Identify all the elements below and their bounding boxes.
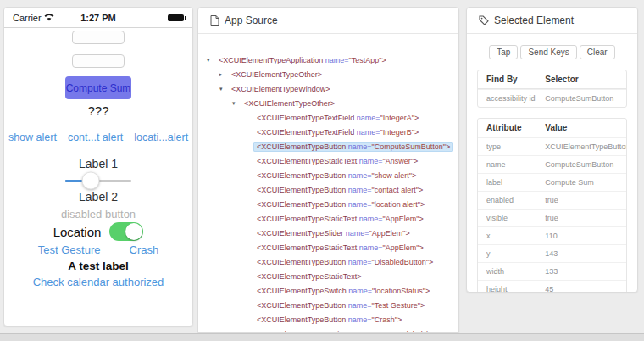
wifi-icon <box>44 14 54 21</box>
attribute-row: height45 <box>478 280 626 293</box>
tree-node-code: <XCUIElementTypeTextField name="IntegerB… <box>253 127 422 137</box>
tree-node-code: <XCUIElementTypeButton name="location al… <box>253 199 428 210</box>
table-cell: label <box>486 178 545 187</box>
find-by-row-header: Find BySelector <box>478 70 626 89</box>
tree-node-code: <XCUIElementTypeApplication name="TestAp… <box>215 55 390 65</box>
tree-node-XCUIElementTypeOther[interactable]: ▸<XCUIElementTypeOther> <box>198 67 458 81</box>
alert-links-row: show alertcont...t alertlocati...alert <box>4 131 192 143</box>
label-2: Label 2 <box>4 190 192 204</box>
table-cell: true <box>545 196 626 204</box>
table-cell: 133 <box>545 267 626 276</box>
app-source-title: App Source <box>225 14 278 26</box>
tree-node-contact-alert[interactable]: <XCUIElementTypeButton name="contact ale… <box>198 182 458 197</box>
clear-button[interactable]: Clear <box>580 45 615 59</box>
location-switch[interactable] <box>109 222 143 241</box>
caret-down-icon[interactable]: ▾ <box>207 57 215 64</box>
tree-node-XCUIElementTypeStaticText[interactable]: <XCUIElementTypeStaticText> <box>198 269 458 283</box>
tree-node-ComputeSumButton[interactable]: <XCUIElementTypeButton name="ComputeSumB… <box>198 139 458 154</box>
disabled-button: disabled button <box>4 208 192 221</box>
selected-element-panel: Selected Element TapSend KeysClear Find … <box>466 7 638 293</box>
table-cell: ComputeSumButton <box>545 160 626 169</box>
caret-down-icon[interactable]: ▾ <box>232 100 241 107</box>
tree-node-DisabledButton[interactable]: <XCUIElementTypeButton name="DisabledBut… <box>198 254 458 269</box>
window-bottom-edge <box>0 333 644 341</box>
alert-link-1[interactable]: cont...t alert <box>68 131 123 143</box>
integer-a-field[interactable] <box>72 31 125 44</box>
tree-node-locationStatus[interactable]: <XCUIElementTypeSwitch name="locationSta… <box>198 283 458 298</box>
tree-node-XCUIElementTypeWindow[interactable]: ▾<XCUIElementTypeWindow> <box>198 81 458 96</box>
tree-node-IntegerA[interactable]: <XCUIElementTypeTextField name="IntegerA… <box>198 110 458 125</box>
tree-node-code: <XCUIElementTypeButton name="Test Gestur… <box>253 300 428 310</box>
gesture-link-1[interactable]: Crash <box>130 243 159 256</box>
table-cell: x <box>486 232 545 240</box>
table-cell: width <box>486 267 545 276</box>
document-icon <box>210 15 219 26</box>
slider[interactable] <box>65 180 131 182</box>
tree-node-IntegerB[interactable]: <XCUIElementTypeTextField name="IntegerB… <box>198 125 458 139</box>
phone-status-bar: Carrier 1:27 PM <box>4 8 192 28</box>
integer-b-field[interactable] <box>72 54 125 68</box>
answer-label: ??? <box>4 103 192 118</box>
tree-node-code: <XCUIElementTypeStaticText name="AppElem… <box>253 214 427 224</box>
battery-icon <box>168 14 184 21</box>
tree-node-AppElem[interactable]: <XCUIElementTypeStaticText name="AppElem… <box>198 211 458 226</box>
check-calendar-link[interactable]: Check calendar authorized <box>4 276 192 288</box>
column-header: Selector <box>545 75 626 84</box>
table-cell: XCUIElementTypeButton <box>545 143 626 151</box>
tree-node-Test-Gesture[interactable]: <XCUIElementTypeButton name="Test Gestur… <box>198 298 458 312</box>
phone-screenshot-panel[interactable]: Carrier 1:27 PM Compute Sum ??? show ale… <box>3 7 193 327</box>
attribute-table: AttributeValuetypeXCUIElementTypeButtonn… <box>477 118 627 293</box>
selected-element-header: Selected Element <box>467 8 637 34</box>
tree-node-code: <XCUIElementTypeButton name="contact ale… <box>253 185 426 195</box>
location-label: Location <box>53 225 102 239</box>
column-header: Find By <box>486 75 545 84</box>
table-cell: enabled <box>486 196 545 204</box>
tree-node-code: <XCUIElementTypeButton name="show alert"… <box>253 170 419 181</box>
tree-node-code: <XCUIElementTypeStaticText name="Answer"… <box>253 156 421 166</box>
tree-node-AppElem[interactable]: <XCUIElementTypeSlider name="AppElem"> <box>198 226 458 240</box>
switch-knob <box>125 223 142 240</box>
tree-node-TestApp[interactable]: ▾<XCUIElementTypeApplication name="TestA… <box>198 53 458 67</box>
tree-node-code: <XCUIElementTypeStaticText> <box>253 271 365 282</box>
tree-node-AppElem[interactable]: <XCUIElementTypeStaticText name="AppElem… <box>198 240 458 254</box>
table-cell: 45 <box>545 285 626 293</box>
tree-node-XCUIElementTypeOther[interactable]: ▾<XCUIElementTypeOther> <box>198 96 458 110</box>
compute-sum-button[interactable]: Compute Sum <box>65 76 131 99</box>
find-by-row: accessibility idComputeSumButton <box>478 89 626 107</box>
tag-icon <box>479 15 489 25</box>
table-cell: height <box>486 285 545 293</box>
tree-node-Answer[interactable]: <XCUIElementTypeStaticText name="Answer"… <box>198 154 458 168</box>
tree-node-A-test-label[interactable]: <XCUIElementTypeStaticText name="A test … <box>198 327 458 333</box>
attribute-row: typeXCUIElementTypeButton <box>478 137 626 155</box>
attribute-row-header: AttributeValue <box>478 119 626 137</box>
table-cell: name <box>486 160 545 169</box>
tree-node-code: <XCUIElementTypeOther> <box>241 98 338 109</box>
location-row: Location <box>4 222 192 241</box>
app-source-header: App Source <box>198 8 458 34</box>
find-by-table: Find BySelectoraccessibility idComputeSu… <box>477 70 627 108</box>
attribute-row: y143 <box>478 244 626 262</box>
tree-node-Crash[interactable]: <XCUIElementTypeButton name="Crash"> <box>198 312 458 327</box>
slider-track[interactable] <box>65 180 131 182</box>
tree-node-code: <XCUIElementTypeWindow> <box>228 84 334 94</box>
test-label: A test label <box>4 260 192 272</box>
caret-right-icon[interactable]: ▸ <box>219 71 228 78</box>
gesture-link-0[interactable]: Test Gesture <box>38 243 101 256</box>
tap-button[interactable]: Tap <box>489 45 518 59</box>
source-tree: ▾<XCUIElementTypeApplication name="TestA… <box>198 34 458 333</box>
tree-node-code: <XCUIElementTypeButton name="Crash"> <box>253 315 405 325</box>
tree-node-code: <XCUIElementTypeSlider name="AppElem"> <box>253 228 414 238</box>
table-cell: Compute Sum <box>545 178 626 187</box>
alert-link-2[interactable]: locati...alert <box>134 131 188 143</box>
tree-node-show-alert[interactable]: <XCUIElementTypeButton name="show alert"… <box>198 168 458 182</box>
label-1: Label 1 <box>4 157 192 170</box>
table-cell: 110 <box>545 232 626 240</box>
alert-link-0[interactable]: show alert <box>8 131 57 143</box>
slider-thumb[interactable] <box>81 172 99 190</box>
caret-down-icon[interactable]: ▾ <box>219 86 228 92</box>
send-keys-button[interactable]: Send Keys <box>520 45 576 59</box>
tree-node-code: <XCUIElementTypeSwitch name="locationSta… <box>253 286 433 296</box>
app-source-panel: App Source ▾<XCUIElementTypeApplication … <box>197 7 459 333</box>
column-header: Value <box>545 123 626 132</box>
tree-node-location-alert[interactable]: <XCUIElementTypeButton name="location al… <box>198 197 458 211</box>
